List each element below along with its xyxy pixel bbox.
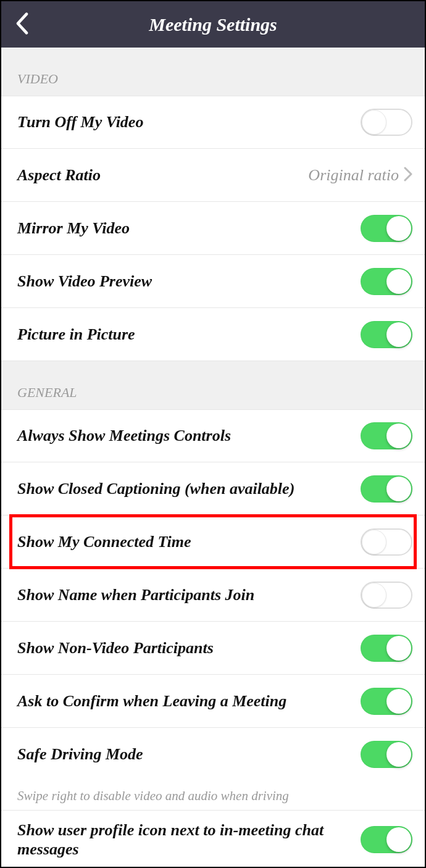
row-mirror-my-video[interactable]: Mirror My Video [1, 202, 425, 255]
row-show-my-connected-time[interactable]: Show My Connected Time [1, 515, 425, 569]
toggle-closed-captioning[interactable] [361, 475, 412, 503]
row-picture-in-picture[interactable]: Picture in Picture [1, 308, 425, 361]
row-label: Safe Driving Mode [17, 735, 361, 774]
row-value: Original ratio [308, 166, 399, 185]
toggle-safe-driving-mode[interactable] [361, 741, 412, 768]
row-show-video-preview[interactable]: Show Video Preview [1, 255, 425, 308]
toggle-show-video-preview[interactable] [361, 268, 412, 295]
toggle-turn-off-my-video[interactable] [361, 109, 412, 136]
row-label: Show Video Preview [17, 262, 361, 301]
row-always-show-controls[interactable]: Always Show Meetings Controls [1, 409, 425, 462]
row-label: Show Name when Participants Join [17, 575, 361, 614]
chevron-right-icon [404, 167, 412, 184]
row-label: Ask to Confirm when Leaving a Meeting [17, 682, 361, 720]
toggle-ask-confirm-leaving[interactable] [361, 688, 412, 715]
row-ask-confirm-leaving[interactable]: Ask to Confirm when Leaving a Meeting [1, 675, 425, 728]
row-aspect-ratio[interactable]: Aspect Ratio Original ratio [1, 149, 425, 202]
row-label: Mirror My Video [17, 209, 361, 248]
row-show-name-participants-join[interactable]: Show Name when Participants Join [1, 569, 425, 622]
row-label: Show Closed Captioning (when available) [17, 469, 361, 508]
chevron-left-icon [14, 11, 31, 36]
row-label: Show user profile icon next to in-meetin… [17, 811, 361, 868]
row-turn-off-my-video[interactable]: Turn Off My Video [1, 96, 425, 149]
toggle-show-my-connected-time[interactable] [361, 528, 412, 556]
section-header-video: VIDEO [1, 48, 425, 96]
toggle-always-show-controls[interactable] [361, 422, 412, 449]
row-show-non-video-participants[interactable]: Show Non-Video Participants [1, 622, 425, 675]
row-safe-driving-mode[interactable]: Safe Driving Mode [1, 728, 425, 781]
toggle-show-name-participants-join[interactable] [361, 582, 412, 609]
back-button[interactable] [14, 11, 31, 38]
safe-driving-caption: Swipe right to disable video and audio w… [1, 781, 425, 811]
section-header-general: GENERAL [1, 361, 425, 409]
page-title: Meeting Settings [149, 14, 277, 35]
row-label: Turn Off My Video [17, 102, 361, 141]
row-label: Picture in Picture [17, 315, 361, 354]
row-label: Always Show Meetings Controls [17, 416, 361, 455]
row-closed-captioning[interactable]: Show Closed Captioning (when available) [1, 462, 425, 515]
toggle-mirror-my-video[interactable] [361, 215, 412, 242]
toggle-profile-icon-chat[interactable] [361, 826, 412, 853]
row-profile-icon-chat[interactable]: Show user profile icon next to in-meetin… [1, 811, 425, 868]
row-label: Show Non-Video Participants [17, 628, 361, 667]
toggle-picture-in-picture[interactable] [361, 321, 412, 348]
header-bar: Meeting Settings [1, 1, 425, 48]
toggle-show-non-video-participants[interactable] [361, 635, 412, 662]
row-label: Aspect Ratio [17, 156, 308, 194]
row-label: Show My Connected Time [17, 522, 361, 561]
